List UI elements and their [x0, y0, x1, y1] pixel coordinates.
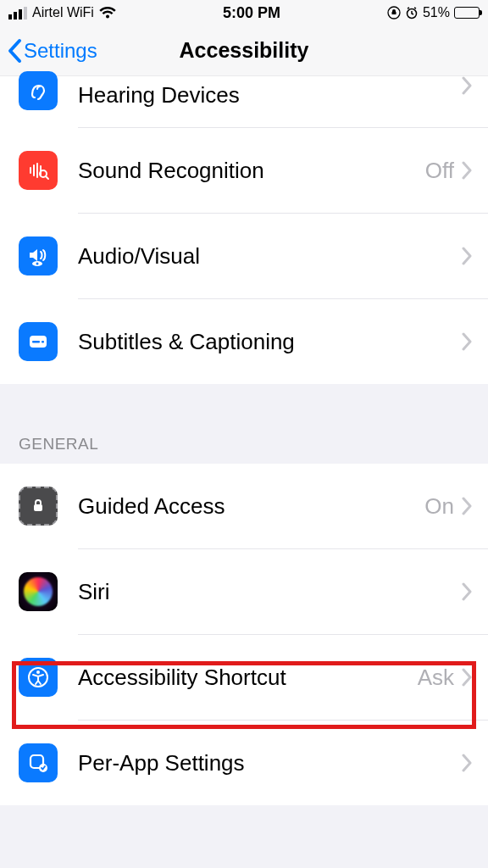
row-label: Per-App Settings — [78, 750, 461, 776]
carrier-label: Airtel WiFi — [32, 5, 94, 20]
chevron-right-icon — [461, 161, 473, 180]
guided-access-icon — [19, 487, 58, 526]
chevron-left-icon — [7, 38, 22, 64]
ear-icon — [19, 71, 58, 110]
per-app-icon — [19, 743, 58, 782]
waveform-search-icon — [19, 151, 58, 190]
back-button[interactable]: Settings — [0, 38, 97, 64]
row-hearing-devices[interactable]: Hearing Devices — [0, 76, 488, 127]
chevron-right-icon — [461, 497, 473, 515]
row-sound-recognition[interactable]: Sound Recognition Off — [0, 128, 488, 213]
section-general: Guided Access On Siri Accessibility Shor… — [0, 464, 488, 805]
row-label: Hearing Devices — [78, 76, 461, 114]
row-label: Guided Access — [78, 493, 424, 520]
cellular-signal-icon — [8, 7, 27, 19]
row-label: Audio/Visual — [78, 243, 461, 270]
chevron-right-icon — [461, 76, 473, 95]
svg-point-15 — [36, 670, 40, 674]
captions-icon — [19, 322, 58, 361]
chevron-right-icon — [461, 247, 473, 265]
row-siri[interactable]: Siri — [0, 549, 488, 634]
svg-rect-13 — [34, 504, 42, 511]
row-audio-visual[interactable]: Audio/Visual — [0, 214, 488, 298]
row-label: Sound Recognition — [78, 158, 425, 184]
row-value: On — [424, 493, 454, 520]
svg-rect-12 — [42, 341, 44, 343]
row-per-app-settings[interactable]: Per-App Settings — [0, 721, 488, 805]
svg-point-9 — [36, 263, 39, 265]
alarm-icon — [405, 6, 419, 19]
chevron-right-icon — [461, 332, 473, 351]
back-label: Settings — [24, 39, 97, 63]
nav-header: Settings Accessibility — [0, 25, 488, 76]
chevron-right-icon — [461, 668, 473, 687]
status-right: 51% — [387, 5, 480, 20]
row-label: Subtitles & Captioning — [78, 329, 461, 355]
status-time: 5:00 PM — [223, 4, 280, 22]
status-bar: Airtel WiFi 5:00 PM 51% — [0, 0, 488, 25]
row-label: Accessibility Shortcut — [78, 665, 418, 691]
status-left: Airtel WiFi — [8, 5, 116, 20]
wifi-icon — [99, 6, 116, 19]
battery-icon — [454, 7, 480, 19]
svg-rect-11 — [32, 341, 40, 343]
row-label: Siri — [78, 579, 461, 605]
svg-line-7 — [46, 176, 48, 179]
rotation-lock-icon — [387, 6, 401, 19]
speaker-eye-icon — [19, 236, 58, 275]
siri-icon — [19, 572, 58, 611]
chevron-right-icon — [461, 754, 473, 772]
chevron-right-icon — [461, 582, 473, 601]
row-guided-access[interactable]: Guided Access On — [0, 464, 488, 548]
bottom-spacer — [0, 805, 488, 856]
row-accessibility-shortcut[interactable]: Accessibility Shortcut Ask — [0, 635, 488, 720]
section-hearing: Hearing Devices Sound Recognition Off — [0, 76, 488, 384]
battery-percent: 51% — [423, 5, 450, 20]
page-title: Accessibility — [180, 38, 309, 63]
row-value: Ask — [418, 665, 454, 691]
row-value: Off — [425, 158, 454, 184]
accessibility-icon — [19, 658, 58, 697]
row-subtitles-captioning[interactable]: Subtitles & Captioning — [0, 299, 488, 384]
section-header-general: GENERAL — [0, 384, 488, 464]
